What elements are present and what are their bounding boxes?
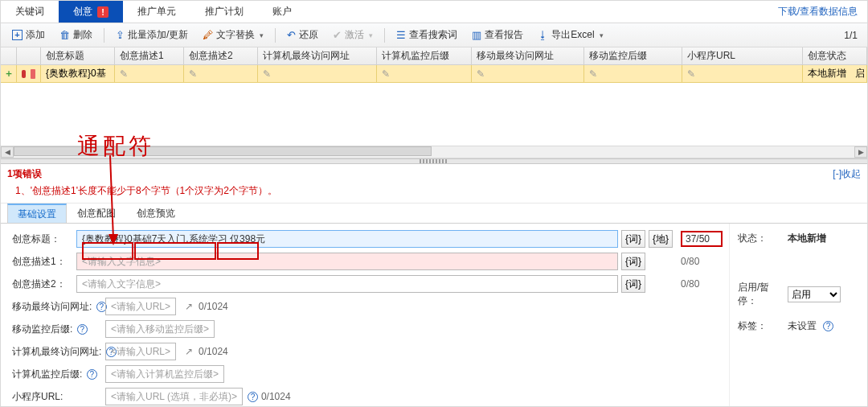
col-title[interactable]: 创意标题 [41,47,115,64]
desc2-input[interactable]: <请输入文字信息> [76,275,618,293]
desc1-count: 0/80 [681,256,723,267]
side-tag-value: 未设置 [788,319,817,333]
label-m-suffix: 移动监控后缀: ? [12,323,105,336]
side-status-value: 本地新增 [788,232,826,245]
edit-icon[interactable]: ✎ [189,68,200,80]
download-link[interactable]: 下载/查看数据信息 [778,1,858,23]
open-icon[interactable]: ↗ [182,345,195,358]
desc2-count: 0/80 [681,278,723,290]
m-url-input[interactable]: <请输入URL> [105,298,176,315]
replace-button[interactable]: 🖉文字替换▾ [196,26,270,45]
subtabs: 基础设置 创意配图 创意预览 [1,204,867,224]
label-mini: 小程序URL: [12,390,105,404]
col-desc1[interactable]: 创意描述1 [115,47,184,64]
doc-icon [31,69,35,79]
subtab-basic[interactable]: 基础设置 [7,204,67,223]
edit-icon[interactable]: ✎ [477,68,488,80]
report-button[interactable]: ▥查看报告 [465,26,530,45]
scroll-left-button[interactable]: ◀ [1,146,14,158]
error-title: 1项错误 [7,168,42,179]
col-m-url[interactable]: 移动最终访问网址 [472,47,584,64]
form: 创意标题： {奥数教程}0基础7天入门,系统学习 仅398元 {词} {地} 3… [1,224,867,407]
error-panel: 1项错误 [-]收起 1、'创意描述1'长度不能少于8个字节（1个汉字为2个字节… [1,164,867,204]
col-mini[interactable]: 小程序URL [682,47,803,64]
label-m-url: 移动最终访问网址: ? [12,300,105,314]
help-icon[interactable]: ? [823,321,833,331]
edit-icon[interactable]: ✎ [120,68,131,80]
add-button[interactable]: +添加 [6,26,51,45]
label-pc-suffix: 计算机监控后缀: ? [12,368,105,381]
tab-plan[interactable]: 推广计划 [190,1,258,23]
splitter[interactable] [1,158,867,164]
col-desc2[interactable]: 创意描述2 [184,47,258,64]
label-pc-url: 计算机最终访问网址: ? [12,345,105,359]
search-icon: ☰ [396,29,406,41]
m-url-count: 0/1024 [199,301,228,312]
edit-icon[interactable]: ✎ [589,68,600,80]
trash-icon: 🗑 [59,29,70,41]
warn-icon: ! [97,6,108,18]
table-row[interactable]: ＋ {奥数教程}0基 ✎ ✎ ✎ ✎ ✎ ✎ ✎ 本地新增启 [1,65,867,83]
row-enable: 启 [855,67,865,80]
pc-url-count: 0/1024 [199,346,228,357]
word-button[interactable]: {词} [621,275,645,293]
top-tabs: 关键词 创意 ! 推广单元 推广计划 账户 下载/查看数据信息 [1,1,867,23]
help-icon[interactable]: ? [77,324,88,335]
col-pc-url[interactable]: 计算机最终访问网址 [258,47,377,64]
enable-select[interactable]: 启用 [788,286,841,302]
plus-icon: + [12,30,23,40]
restore-icon: ↶ [287,29,296,41]
label-desc1: 创意描述1： [12,255,76,269]
export-button[interactable]: ⭳导出Excel▾ [531,26,609,45]
mini-input[interactable]: <请输入URL (选填，非必填)> [105,388,243,405]
activate-button[interactable]: ✔激活▾ [326,26,379,45]
col-m-suffix[interactable]: 移动监控后缀 [584,47,682,64]
chart-icon: ▥ [472,29,481,41]
tab-creative[interactable]: 创意 ! [59,1,123,23]
edit-icon[interactable]: ✎ [263,68,274,80]
batch-button[interactable]: ⇪批量添加/更新 [109,26,194,45]
row-creative-title: 创意标题： {奥数教程}0基础7天入门,系统学习 仅398元 {词} {地} 3… [12,230,723,248]
tab-keyword[interactable]: 关键词 [1,1,59,23]
desc1-input[interactable]: <请输入文字信息> [76,253,618,270]
col-status[interactable]: 创意状态 [803,47,867,64]
row-status: 本地新增 [808,67,846,80]
col-pc-suffix[interactable]: 计算机监控后缀 [377,47,472,64]
page-count: 1/1 [844,30,867,41]
edit-icon[interactable]: ✎ [687,68,698,80]
label-desc2: 创意描述2： [12,278,76,291]
subtab-preview[interactable]: 创意预览 [126,204,186,223]
export-icon: ⭳ [538,29,548,41]
title-input[interactable]: {奥数教程}0基础7天入门,系统学习 仅398元 [76,230,618,248]
edit-icon[interactable]: ✎ [382,68,393,80]
batch-icon: ⇪ [116,29,125,41]
geo-button[interactable]: {地} [649,230,673,248]
mini-count: 0/1024 [261,391,291,402]
open-icon[interactable]: ↗ [182,300,195,313]
subtab-image[interactable]: 创意配图 [67,204,126,223]
row-add-icon: ＋ [4,67,14,80]
replace-icon: 🖉 [203,29,213,41]
side-status-label: 状态： [738,232,788,245]
pc-url-input[interactable]: <请输入URL> [105,343,176,360]
m-suffix-input[interactable]: <请输入移动监控后缀> [105,320,215,338]
help-icon[interactable]: ? [248,392,258,402]
error-line: 1、'创意描述1'长度不能少于8个字节（1个汉字为2个字节）。 [15,184,861,198]
title-count: 37/50 [681,231,723,247]
search-button[interactable]: ☰查看搜索词 [390,26,464,45]
word-button[interactable]: {词} [621,230,645,248]
tab-account[interactable]: 账户 [258,1,306,23]
h-scrollbar[interactable]: ◀ ▶ [1,146,867,158]
check-icon: ✔ [333,29,342,41]
word-button[interactable]: {词} [621,253,645,270]
help-icon[interactable]: ? [87,369,97,380]
tab-unit[interactable]: 推广单元 [123,1,190,23]
restore-button[interactable]: ↶还原 [280,26,325,45]
pc-suffix-input[interactable]: <请输入计算机监控后缀> [105,365,224,383]
delete-button[interactable]: 🗑删除 [53,26,99,45]
scroll-right-button[interactable]: ▶ [854,146,867,158]
label-title: 创意标题： [12,232,76,246]
side-panel: 状态：本地新增 启用/暂停： 启用 标签：未设置 ? [729,224,867,407]
side-tag-label: 标签： [738,319,788,333]
collapse-button[interactable]: [-]收起 [833,167,861,181]
